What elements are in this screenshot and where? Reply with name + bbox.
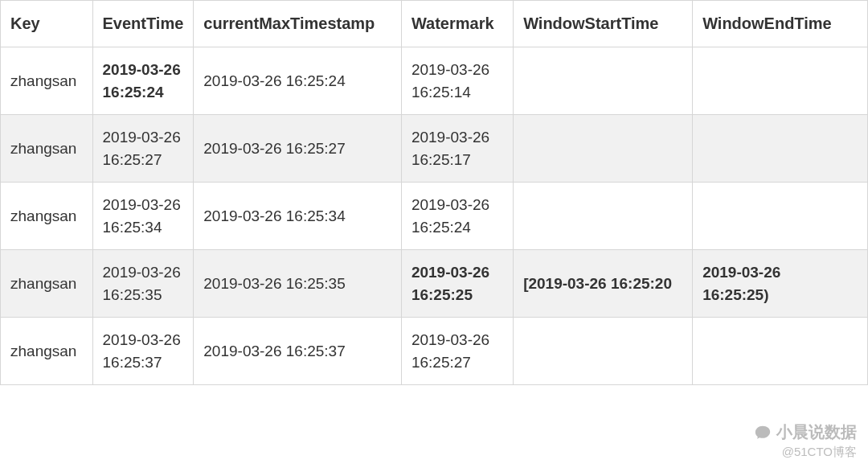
cell-window-start <box>514 47 693 115</box>
cell-event-time: 2019-03-26 16:25:35 <box>92 250 194 318</box>
cell-watermark: 2019-03-26 16:25:27 <box>401 318 513 385</box>
cell-current-max: 2019-03-26 16:25:37 <box>194 318 402 385</box>
cell-window-start <box>514 115 693 183</box>
cell-watermark: 2019-03-26 16:25:24 <box>401 183 513 250</box>
cell-current-max: 2019-03-26 16:25:24 <box>194 47 402 115</box>
cell-key: zhangsan <box>1 47 93 115</box>
page-watermark-overlay: 小晨说数据 @51CTO博客 <box>754 421 857 460</box>
cell-window-start <box>514 183 693 250</box>
header-window-end: WindowEndTime <box>693 1 868 47</box>
cell-key: zhangsan <box>1 250 93 318</box>
cell-watermark: 2019-03-26 16:25:17 <box>401 115 513 183</box>
table-body: zhangsan2019-03-26 16:25:242019-03-26 16… <box>1 47 868 385</box>
cell-window-start <box>514 318 693 385</box>
cell-window-end <box>693 318 868 385</box>
cell-key: zhangsan <box>1 115 93 183</box>
cell-event-time: 2019-03-26 16:25:37 <box>92 318 194 385</box>
cell-event-time: 2019-03-26 16:25:34 <box>92 183 194 250</box>
table-row: zhangsan2019-03-26 16:25:342019-03-26 16… <box>1 183 868 250</box>
cell-key: zhangsan <box>1 318 93 385</box>
cell-current-max: 2019-03-26 16:25:35 <box>194 250 402 318</box>
cell-window-end <box>693 47 868 115</box>
cell-current-max: 2019-03-26 16:25:34 <box>194 183 402 250</box>
watermark-author-line: 小晨说数据 <box>754 421 857 443</box>
cell-event-time: 2019-03-26 16:25:27 <box>92 115 194 183</box>
table-row: zhangsan2019-03-26 16:25:272019-03-26 16… <box>1 115 868 183</box>
cell-window-end <box>693 115 868 183</box>
header-watermark: Watermark <box>401 1 513 47</box>
header-row: Key EventTime currentMaxTimestamp Waterm… <box>1 1 868 47</box>
table-head: Key EventTime currentMaxTimestamp Waterm… <box>1 1 868 47</box>
header-event-time: EventTime <box>92 1 194 47</box>
cell-event-time: 2019-03-26 16:25:24 <box>92 47 194 115</box>
table-row: zhangsan2019-03-26 16:25:242019-03-26 16… <box>1 47 868 115</box>
watermark-event-table: Key EventTime currentMaxTimestamp Waterm… <box>0 0 868 385</box>
table-row: zhangsan2019-03-26 16:25:372019-03-26 16… <box>1 318 868 385</box>
watermark-author: 小晨说数据 <box>776 421 857 443</box>
watermark-source: @51CTO博客 <box>782 445 857 460</box>
cell-key: zhangsan <box>1 183 93 250</box>
cell-window-end: 2019-03-26 16:25:25) <box>693 250 868 318</box>
wechat-icon <box>754 424 772 441</box>
cell-current-max: 2019-03-26 16:25:27 <box>194 115 402 183</box>
header-current-max: currentMaxTimestamp <box>194 1 402 47</box>
cell-watermark: 2019-03-26 16:25:14 <box>401 47 513 115</box>
cell-window-start: [2019-03-26 16:25:20 <box>514 250 693 318</box>
cell-watermark: 2019-03-26 16:25:25 <box>401 250 513 318</box>
table-row: zhangsan2019-03-26 16:25:352019-03-26 16… <box>1 250 868 318</box>
header-key: Key <box>1 1 93 47</box>
header-window-start: WindowStartTime <box>514 1 693 47</box>
cell-window-end <box>693 183 868 250</box>
